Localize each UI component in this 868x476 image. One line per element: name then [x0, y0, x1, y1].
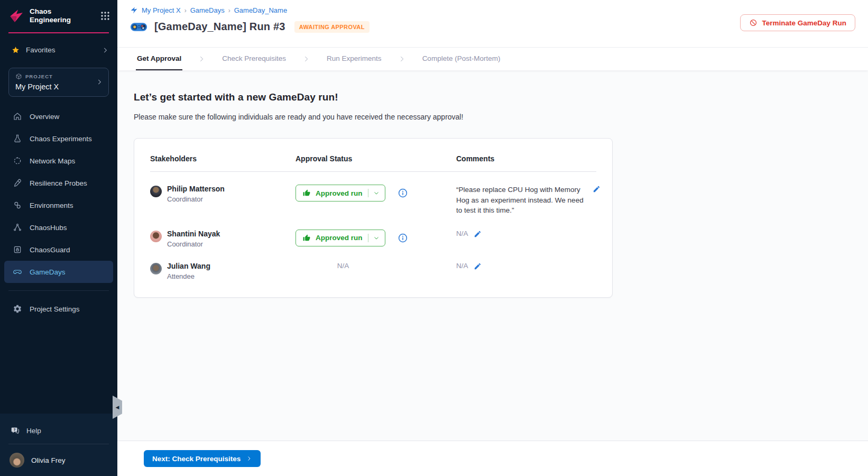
sidebar-item-chaosguard[interactable]: ChaosGuard: [0, 239, 117, 261]
star-icon: [12, 46, 20, 54]
breadcrumb-separator: ›: [184, 7, 187, 14]
sidebar-item-chaoshubs[interactable]: ChaosHubs: [0, 216, 117, 239]
column-stakeholders: Stakeholders: [150, 154, 296, 163]
approval-dropdown[interactable]: Approved run: [296, 185, 385, 202]
network-icon: [13, 156, 22, 166]
chevron-right-icon: [96, 78, 103, 86]
content-area: Let’s get started with a new GameDay run…: [117, 70, 868, 441]
gamepad-icon: [13, 267, 22, 277]
dropdown-divider: [368, 234, 368, 242]
column-approval-status: Approval Status: [296, 154, 456, 163]
chevron-down-icon: [373, 235, 380, 241]
chevron-down-icon: [373, 190, 380, 196]
approval-cell: N/A: [296, 262, 391, 270]
chevron-right-icon: [246, 455, 252, 462]
edit-pencil-icon[interactable]: [474, 262, 482, 270]
sidebar-item-project-settings[interactable]: Project Settings: [0, 298, 117, 319]
sidebar-item-gamedays[interactable]: GameDays: [4, 261, 113, 283]
stepper: Get Approval Check Prerequisites Run Exp…: [117, 47, 868, 70]
info-icon[interactable]: [398, 233, 408, 243]
stakeholder-role: Coordinator: [167, 240, 220, 248]
stakeholder-cell: Philip Matterson Coordinator: [150, 185, 296, 203]
gear-icon: [13, 304, 22, 314]
step-get-approval[interactable]: Get Approval: [136, 48, 182, 70]
brand-title: Chaos Engineering: [30, 7, 100, 24]
next-check-prerequisites-button[interactable]: Next: Check Prerequisites: [144, 450, 261, 467]
stakeholders-card: Stakeholders Approval Status Comments Ph…: [134, 138, 613, 298]
table-row: Shantini Nayak Coordinator Approved run: [150, 225, 596, 257]
breadcrumb-logo-icon: [130, 6, 138, 14]
page-title: [GameDay_Name] Run #3: [154, 21, 285, 33]
stakeholder-cell: Shantini Nayak Coordinator: [150, 230, 296, 248]
project-info: PROJECT My Project X: [15, 73, 96, 91]
page-header: My Project X › GameDays › GameDay_Name: [117, 0, 868, 47]
probe-icon: [13, 178, 22, 188]
breadcrumb-gameday-name[interactable]: GameDay_Name: [234, 6, 287, 14]
app-root: Chaos Engineering Favorites: [0, 0, 868, 476]
help-button[interactable]: ? Help: [0, 421, 117, 441]
breadcrumb-separator: ›: [228, 7, 230, 14]
project-selector[interactable]: PROJECT My Project X: [8, 68, 109, 97]
sidebar-item-environments[interactable]: Environments: [0, 194, 117, 216]
main-area: My Project X › GameDays › GameDay_Name: [117, 0, 868, 476]
chevron-right-icon: [101, 47, 109, 54]
user-avatar: [10, 453, 24, 468]
approval-cell: Approved run: [296, 185, 456, 202]
brand-title-line2: Engineering: [30, 16, 100, 24]
project-name: My Project X: [15, 83, 96, 91]
avatar: [150, 263, 162, 274]
environments-icon: [13, 200, 22, 210]
stakeholder-cell: Julian Wang Attendee: [150, 262, 296, 280]
table-header: Stakeholders Approval Status Comments: [150, 154, 596, 172]
stakeholder-name: Philip Matterson: [167, 185, 225, 193]
edit-pencil-icon[interactable]: [593, 185, 601, 193]
table-row: Philip Matterson Coordinator Approved ru…: [150, 172, 596, 225]
comment-cell: “Please replace CPU Hog with Memory Hog …: [456, 185, 601, 216]
sidebar-item-resilience-probes[interactable]: Resilience Probes: [0, 172, 117, 194]
stakeholder-role: Coordinator: [167, 195, 225, 203]
avatar: [150, 186, 162, 197]
edit-pencil-icon[interactable]: [474, 230, 482, 238]
sidebar: Chaos Engineering Favorites: [0, 0, 117, 476]
lock-icon: [13, 245, 22, 254]
approval-dropdown[interactable]: Approved run: [296, 230, 385, 246]
brand-title-line1: Chaos: [30, 7, 100, 16]
step-chevron-icon: [198, 48, 205, 70]
stakeholder-role: Attendee: [167, 272, 210, 280]
sidebar-bottom: ? Help Olivia Frey: [0, 414, 117, 476]
content-subheading: Please make sure the following individua…: [134, 113, 868, 121]
comment-text: N/A: [456, 262, 468, 270]
avatar: [150, 231, 162, 242]
sidebar-item-network-maps[interactable]: Network Maps: [0, 150, 117, 172]
thumbs-up-icon: [303, 234, 310, 242]
approval-status-text: N/A: [337, 262, 349, 270]
module-grid-icon[interactable]: [100, 11, 110, 21]
sidebar-item-overview[interactable]: Overview: [0, 105, 117, 127]
sidebar-bottom-divider: [8, 444, 109, 444]
step-check-prerequisites[interactable]: Check Prerequisites: [221, 48, 287, 70]
step-chevron-icon: [303, 48, 310, 70]
user-menu[interactable]: Olivia Frey: [0, 447, 117, 476]
terminate-gameday-button[interactable]: Terminate GameDay Run: [740, 14, 855, 31]
column-comments: Comments: [456, 154, 596, 163]
sidebar-item-chaos-experiments[interactable]: Chaos Experiments: [0, 127, 117, 150]
sidebar-favorites[interactable]: Favorites: [0, 33, 117, 54]
step-run-experiments[interactable]: Run Experiments: [326, 48, 383, 70]
comment-text: “Please replace CPU Hog with Memory Hog …: [456, 185, 587, 216]
flask-icon: [13, 134, 22, 143]
breadcrumb-gamedays[interactable]: GameDays: [190, 6, 225, 14]
thumbs-up-icon: [303, 189, 310, 197]
home-icon: [13, 112, 22, 121]
approval-cell: Approved run: [296, 230, 456, 246]
info-icon[interactable]: [398, 188, 408, 198]
step-chevron-icon: [399, 48, 405, 70]
hub-icon: [13, 223, 22, 232]
sidebar-nav: Overview Chaos Experiments Network Maps …: [0, 105, 117, 283]
comment-cell: N/A: [456, 230, 596, 238]
gamepad-emoji-icon: [130, 21, 147, 33]
stakeholder-name: Shantini Nayak: [167, 230, 220, 238]
svg-text:?: ?: [14, 428, 16, 432]
step-complete-post-mortem[interactable]: Complete (Post-Mortem): [421, 48, 502, 70]
content-heading: Let’s get started with a new GameDay run…: [134, 91, 868, 103]
breadcrumb-project[interactable]: My Project X: [142, 6, 181, 14]
